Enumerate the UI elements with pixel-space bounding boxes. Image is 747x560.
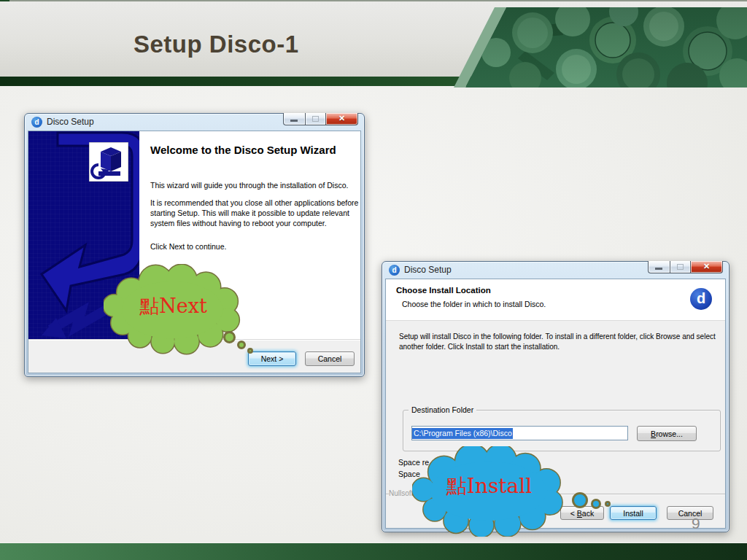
cancel-button[interactable]: Cancel	[667, 506, 713, 520]
install-button[interactable]: Install	[610, 506, 657, 520]
wizard-para-2: It is recommended that you close all oth…	[150, 198, 361, 229]
dialog1-title: Disco Setup	[47, 117, 94, 127]
selected-path-text: C:\Program Files (x86)\Disco	[412, 428, 513, 439]
maximize-button[interactable]	[670, 261, 690, 273]
close-icon: ✕	[326, 113, 357, 124]
footer-green-bar	[0, 542, 747, 560]
maximize-button[interactable]	[305, 113, 325, 125]
location-body-text: Setup will install Disco in the followin…	[399, 332, 724, 351]
destination-folder-label: Destination Folder	[409, 405, 476, 414]
location-subheading: Choose the folder in which to install Di…	[402, 300, 546, 308]
install-callout-trail-dot	[605, 501, 611, 507]
location-heading: Choose Install Location	[396, 286, 491, 295]
minimize-icon	[655, 268, 662, 270]
browse-button[interactable]: Browse...	[637, 426, 697, 441]
install-callout-trail-dot	[591, 499, 601, 509]
cancel-button[interactable]: Cancel	[305, 351, 355, 366]
dialog2-header-strip: Choose Install Location Choose the folde…	[386, 279, 725, 321]
disco-app-icon: d	[31, 117, 42, 128]
next-callout-trail-dot	[247, 348, 253, 354]
next-callout-trail-dot	[237, 341, 246, 349]
next-callout-trail-dot	[223, 331, 236, 343]
page-title: Setup Disco-1	[133, 31, 299, 58]
minimize-icon	[290, 120, 298, 122]
next-button[interactable]: Next >	[248, 351, 296, 366]
wizard-heading: Welcome to the Disco Setup Wizard	[150, 144, 358, 156]
disco-app-icon: d	[389, 265, 400, 276]
close-button[interactable]: ✕	[690, 261, 723, 273]
close-icon: ✕	[691, 261, 722, 272]
next-callout-text: 點Next	[117, 293, 230, 319]
wizard-para-3: Click Next to continue.	[150, 242, 361, 252]
dialog2-title: Disco Setup	[404, 265, 452, 275]
destination-folder-input[interactable]: C:\Program Files (x86)\Disco	[411, 426, 628, 440]
install-callout-trail-dot	[572, 492, 588, 508]
dialog2-titlebar[interactable]: d Disco Setup ✕	[382, 262, 729, 279]
minimize-button[interactable]	[283, 113, 305, 125]
maximize-icon	[677, 264, 684, 270]
dialog1-titlebar[interactable]: d Disco Setup ✕	[25, 114, 364, 131]
wizard-para-1: This wizard will guide you through the i…	[150, 181, 361, 191]
install-callout-text: 點Install	[422, 472, 557, 500]
maximize-icon	[312, 116, 319, 122]
disco-logo-icon: d	[690, 288, 712, 310]
minimize-button[interactable]	[648, 261, 670, 273]
installer-package-icon	[89, 142, 128, 182]
close-button[interactable]: ✕	[325, 113, 358, 125]
slide-page-number: 9	[692, 515, 700, 532]
coins-photo	[445, 7, 747, 88]
